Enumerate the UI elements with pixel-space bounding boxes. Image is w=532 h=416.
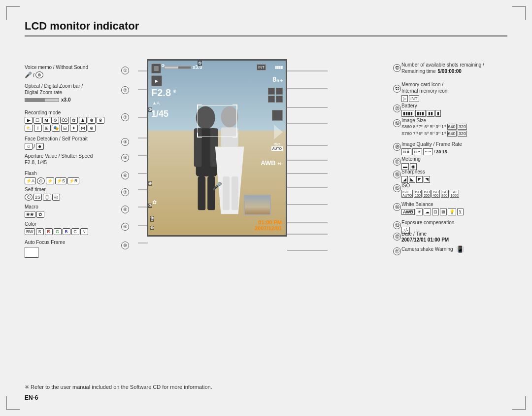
- left-item-10: Auto Focus Frame: [25, 239, 65, 258]
- iso-1000: ISO1000: [450, 190, 460, 198]
- cam-num-6: ⑥: [148, 181, 152, 186]
- number-4: ④: [121, 138, 129, 146]
- color-neg: N: [80, 228, 88, 235]
- zoom-bar-area: x3.0: [25, 97, 83, 103]
- macro-single: ✿: [36, 211, 44, 218]
- cam-time: 01:00 PM: [255, 219, 282, 225]
- imgsize-label: Image Size: [401, 117, 467, 124]
- footer-en: EN-6: [25, 394, 507, 401]
- af-br: [233, 133, 237, 138]
- mode-a: ▶: [25, 117, 33, 124]
- wb-inc: 💡: [448, 208, 456, 215]
- memcard-label: Memory card icon /: [401, 81, 447, 88]
- page: LCD monitor indicator: [0, 0, 532, 416]
- cam-triangle-nav: [274, 125, 283, 139]
- wb-sun: ☀: [416, 208, 423, 215]
- face-det-icons: ☺ / ☻: [25, 143, 88, 150]
- left-item-9: Color BW S R G B C N: [25, 221, 88, 235]
- grid-icon-2: [276, 88, 283, 95]
- qual-fine-fine: ⠿⠿: [401, 148, 411, 155]
- color-c: C: [71, 228, 79, 235]
- number-9: ⑨: [121, 223, 129, 231]
- right-item-20: Battery ▮▮▮▮ ▮▮▮ ▮▮ ▮: [401, 103, 441, 117]
- af-frame-box-area: [25, 247, 65, 258]
- color-icons: BW S R G B C N: [25, 228, 88, 235]
- fps-30: 30: [436, 149, 441, 154]
- corner-bl: [6, 396, 20, 410]
- color-g: G: [54, 228, 62, 235]
- left-item-4: Face Detection / Self Portrait ☺ / ☻: [25, 136, 88, 150]
- card-icon: ▷: [401, 95, 408, 102]
- mode-i: ⛅: [25, 125, 33, 132]
- number-11: ⑪: [393, 247, 401, 255]
- shutter-display: 1/45: [151, 109, 168, 119]
- mode-m: M: [42, 117, 50, 124]
- number-17: ⑰: [393, 158, 401, 166]
- cam-datetime-display: 01:00 PM 2007/12/01: [255, 219, 282, 231]
- iso-label-cam: ISO: [271, 142, 283, 146]
- right-item-18: Image Quality / Frame Rate ⠿⠿ ⠿⠒ ⠒⠒ / 30…: [401, 141, 462, 155]
- number-1: ①: [121, 67, 129, 74]
- iso-400: ISO400: [432, 190, 439, 198]
- number-20: ⑳: [393, 104, 401, 112]
- mode-n: ✦: [70, 125, 78, 132]
- rec-icon-inner: [154, 66, 159, 71]
- mode-a-icon: ▲A: [152, 101, 160, 105]
- cam-date: 2007/12/01: [255, 225, 282, 231]
- mode-b: ☐: [33, 117, 41, 124]
- slash: /: [33, 72, 34, 78]
- sharp-2: ◣: [409, 176, 415, 183]
- iso-100: ISO100: [414, 190, 422, 198]
- number-2: ②: [121, 86, 129, 94]
- timer-icons: ⏱ 2S ⌚ ◎: [25, 194, 60, 201]
- wb-fl2: ⊠: [440, 208, 447, 215]
- iso-icons: ISOAUTO ISO100 ISO200 ISO400 ISO800 ISO1…: [401, 190, 459, 198]
- flash-off-icon: ⊙: [37, 177, 45, 184]
- left-item-2: Optical / Digital Zoom bar / Digital Zoo…: [25, 83, 83, 103]
- voice-memo-icons: 🎤 / ⊗: [25, 71, 88, 78]
- af-tr: [233, 104, 237, 109]
- bat-med: ▮▮▮: [415, 110, 426, 117]
- cam-mic-center: 🎤: [212, 181, 222, 191]
- flash-r-icon: ⚡R: [67, 177, 79, 184]
- wb-auto: AWB: [401, 209, 415, 215]
- left-item-6: Flash ⚡A ⊙ ⚡ ⚡S ⚡R: [25, 170, 79, 184]
- sharpness-label: Sharpness: [401, 169, 430, 175]
- cam-shutter-display: 1/45: [151, 109, 168, 119]
- left-item-1: Voice memo / Without Sound 🎤 / ⊗: [25, 64, 88, 78]
- flash-s-icon: ⚡S: [55, 177, 66, 184]
- imgquality-label: Image Quality / Frame Rate: [401, 141, 462, 147]
- corner-tl: [6, 6, 20, 20]
- af-frame-cam: [198, 105, 237, 137]
- camera-display: x3.0 INT ▮▮▮▮ ▶ F2.8 ▲A 1/45: [147, 59, 287, 237]
- af-frame-label: Auto Focus Frame: [25, 239, 65, 245]
- bat-empty: ▮: [435, 110, 441, 117]
- grid-icon-3: [268, 96, 275, 103]
- left-item-8: Macro ❀❀ ✿: [25, 204, 44, 218]
- face-icon: ☺: [25, 143, 33, 150]
- right-item-16: Sharpness ◢ ◣ ◤ ◥: [401, 169, 430, 183]
- metering-label: Metering: [401, 156, 421, 162]
- number-5: ⑤: [121, 154, 129, 162]
- zoom-fill: [25, 99, 45, 102]
- int-icon: INT: [409, 95, 419, 102]
- mode-h: ♛: [97, 117, 104, 124]
- cam-num-5top: ⑤: [198, 61, 202, 66]
- cam-num-9: ⑨: [150, 216, 154, 220]
- af-frame-box: [25, 247, 38, 258]
- wb-icons: AWB ☀ ☁ ⊟ ⊠ 💡 ⊻: [401, 208, 464, 215]
- number-16: ⑯: [393, 171, 401, 178]
- number-3: ③: [121, 113, 129, 121]
- iso-value-cam: AUTO: [271, 146, 283, 151]
- grid-icon-1: [268, 88, 275, 95]
- rec-mode-icons: ▶ ☐ M ⚙ Ꝏ ✿ ♟ ♚ ♛: [25, 117, 104, 124]
- mode-o: ⋈: [79, 125, 87, 132]
- bat-full: ▮▮▮▮: [401, 110, 414, 117]
- cam-aperture-display: ▶: [151, 75, 162, 86]
- battery-cam-icon: ▮▮▮▮: [275, 65, 283, 69]
- timer-label: Self-timer: [25, 186, 60, 193]
- datetime-value: 2007/12/01 01:00 PM: [401, 237, 449, 243]
- mem-icon: INT: [257, 64, 266, 70]
- aperture-value: F2.8, 1/45: [25, 159, 93, 166]
- mode-f: ♟: [79, 117, 87, 124]
